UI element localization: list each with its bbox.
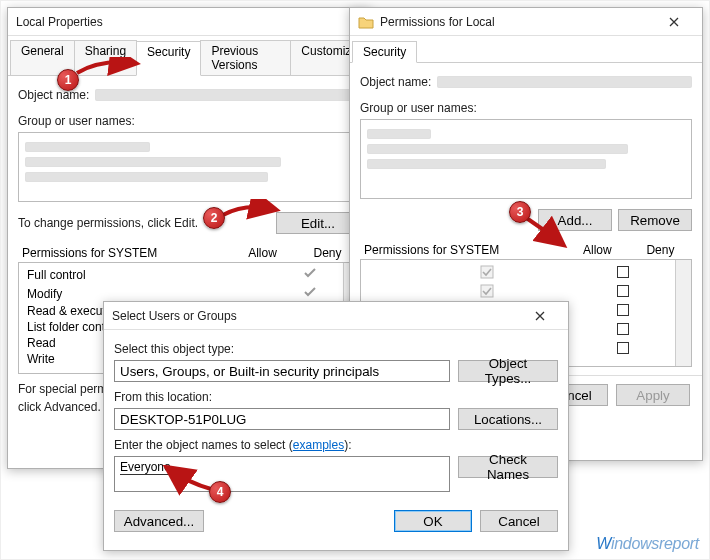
svg-rect-1 — [481, 285, 493, 297]
close-button[interactable] — [520, 302, 560, 330]
object-type-label: Select this object type: — [114, 342, 558, 356]
apply-button[interactable]: Apply — [616, 384, 690, 406]
deny-checkbox[interactable] — [617, 285, 629, 297]
edit-hint: To change permissions, click Edit. — [18, 216, 270, 230]
close-icon — [535, 311, 545, 321]
deny-checkbox[interactable] — [617, 323, 629, 335]
scrollbar[interactable] — [675, 260, 691, 366]
edit-button[interactable]: Edit... — [276, 212, 360, 234]
svg-rect-0 — [481, 266, 493, 278]
object-name-value — [437, 76, 692, 88]
user-list[interactable] — [360, 119, 692, 199]
object-types-button[interactable]: Object Types... — [458, 360, 558, 382]
check-icon — [303, 266, 317, 280]
object-name-value — [95, 89, 360, 101]
titlebar[interactable]: Select Users or Groups — [104, 302, 568, 330]
window-title: Local Properties — [16, 15, 362, 29]
deny-header: Deny — [629, 241, 692, 259]
close-button[interactable] — [654, 8, 694, 36]
names-label: Enter the object names to select (exampl… — [114, 438, 558, 452]
check-names-button[interactable]: Check Names — [458, 456, 558, 478]
permissions-header: Permissions for SYSTEM — [360, 241, 566, 259]
add-button[interactable]: Add... — [538, 209, 612, 231]
select-users-panel: Select this object type: Object Types...… — [104, 330, 568, 540]
object-type-field[interactable] — [114, 360, 450, 382]
user-list[interactable] — [18, 132, 360, 202]
tab-security[interactable]: Security — [352, 41, 417, 63]
check-icon — [303, 285, 317, 299]
window-title: Select Users or Groups — [112, 309, 520, 323]
object-name-label: Object name: — [18, 88, 89, 102]
callout-3: 3 — [509, 201, 531, 223]
deny-checkbox[interactable] — [617, 304, 629, 316]
allow-header: Allow — [566, 241, 629, 259]
folder-icon — [358, 14, 374, 30]
tab-security[interactable]: Security — [136, 41, 201, 76]
tabs-row: Security — [350, 36, 702, 63]
location-label: From this location: — [114, 390, 558, 404]
window-title: Permissions for Local — [380, 15, 654, 29]
callout-4: 4 — [209, 481, 231, 503]
advanced-button[interactable]: Advanced... — [114, 510, 204, 532]
deny-checkbox[interactable] — [617, 266, 629, 278]
ok-button[interactable]: OK — [394, 510, 472, 532]
select-users-window: Select Users or Groups Select this objec… — [103, 301, 569, 551]
callout-2: 2 — [203, 207, 225, 229]
titlebar[interactable]: Permissions for Local — [350, 8, 702, 36]
examples-link[interactable]: examples — [293, 438, 344, 452]
object-names-field[interactable]: Everyone — [114, 456, 450, 492]
allow-check-icon[interactable] — [480, 284, 494, 298]
remove-button[interactable]: Remove — [618, 209, 692, 231]
permissions-header: Permissions for SYSTEM — [18, 244, 230, 262]
locations-button[interactable]: Locations... — [458, 408, 558, 430]
location-field[interactable] — [114, 408, 450, 430]
deny-checkbox[interactable] — [617, 342, 629, 354]
tab-previous-versions[interactable]: Previous Versions — [200, 40, 291, 75]
watermark: Windowsreport — [596, 535, 699, 553]
callout-1: 1 — [57, 69, 79, 91]
cancel-button[interactable]: Cancel — [480, 510, 558, 532]
group-user-label: Group or user names: — [18, 114, 360, 128]
perm-full-control: Full control — [23, 265, 283, 284]
allow-check-icon[interactable] — [480, 265, 494, 279]
group-user-label: Group or user names: — [360, 101, 692, 115]
close-icon — [669, 17, 679, 27]
object-name-label: Object name: — [360, 75, 431, 89]
allow-header: Allow — [230, 244, 295, 262]
tab-sharing[interactable]: Sharing — [74, 40, 137, 75]
titlebar[interactable]: Local Properties — [8, 8, 370, 36]
